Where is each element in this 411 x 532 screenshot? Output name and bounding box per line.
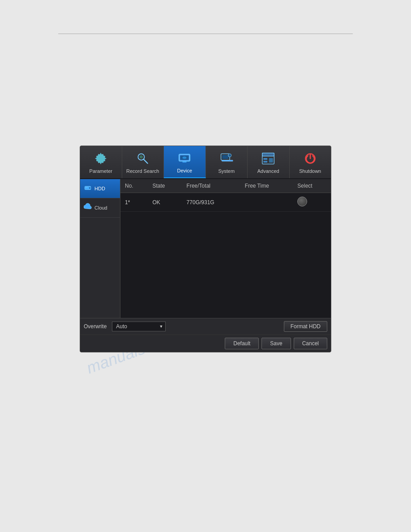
overwrite-select-wrapper[interactable]: Auto Manual Off <box>112 322 166 331</box>
cloud-icon <box>84 203 92 213</box>
col-no: No. <box>120 179 148 193</box>
svg-point-6 <box>183 156 187 159</box>
svg-rect-15 <box>264 158 268 160</box>
nav-item-device[interactable]: Device <box>164 146 206 178</box>
shutdown-icon <box>302 150 318 167</box>
system-icon: i <box>218 150 235 167</box>
sidebar: HDD Cloud <box>80 179 120 318</box>
cell-free-time <box>240 193 293 212</box>
svg-line-2 <box>144 159 148 163</box>
bottom-bar: Overwrite Auto Manual Off Format HDD <box>80 318 331 335</box>
svg-rect-9 <box>222 155 228 159</box>
nav-item-parameter[interactable]: Parameter <box>80 146 122 178</box>
nav-label-shutdown: Shutdown <box>299 168 321 174</box>
nav-label-device: Device <box>177 168 192 173</box>
svg-rect-17 <box>269 158 273 163</box>
nav-label-advanced: Advanced <box>257 168 279 174</box>
overwrite-select[interactable]: Auto Manual Off <box>112 322 166 331</box>
col-free-total: Free/Total <box>182 179 240 193</box>
hdd-icon <box>84 184 92 193</box>
search-icon <box>135 150 151 167</box>
svg-text:i: i <box>228 154 229 157</box>
nav-item-advanced[interactable]: Advanced <box>248 146 290 178</box>
sidebar-item-hdd[interactable]: HDD <box>80 179 120 198</box>
nav-label-parameter: Parameter <box>90 168 112 174</box>
col-select: Select <box>293 179 331 193</box>
nav-item-system[interactable]: i System <box>206 146 248 178</box>
device-icon <box>176 150 193 166</box>
nav-item-record-search[interactable]: Record Search <box>122 146 164 178</box>
cell-select[interactable] <box>293 193 331 212</box>
sidebar-label-hdd: HDD <box>94 186 105 191</box>
svg-rect-14 <box>262 153 274 156</box>
cancel-button[interactable]: Cancel <box>294 338 327 349</box>
action-bar: Default Save Cancel <box>80 335 331 352</box>
svg-rect-7 <box>183 161 187 163</box>
sidebar-item-cloud[interactable]: Cloud <box>80 198 120 218</box>
table-header-row: No. State Free/Total Free Time Select <box>120 179 331 193</box>
nav-label-system: System <box>218 168 235 174</box>
col-free-time: Free Time <box>240 179 293 193</box>
hdd-table: No. State Free/Total Free Time Select 1*… <box>120 179 331 212</box>
main-dialog: Parameter Record Search D <box>80 146 331 352</box>
svg-point-20 <box>89 187 90 189</box>
gear-icon <box>93 150 109 167</box>
table-row: 1* OK 770G/931G <box>120 193 331 212</box>
save-button[interactable]: Save <box>261 338 291 349</box>
overwrite-label: Overwrite <box>84 323 107 330</box>
cell-free-total: 770G/931G <box>182 193 240 212</box>
svg-point-3 <box>140 155 143 159</box>
table-container: No. State Free/Total Free Time Select 1*… <box>120 179 331 318</box>
nav-item-shutdown[interactable]: Shutdown <box>290 146 331 178</box>
default-button[interactable]: Default <box>225 338 259 349</box>
select-circle-button[interactable] <box>297 197 307 206</box>
svg-rect-10 <box>222 160 233 162</box>
top-divider <box>58 34 353 34</box>
nav-bar: Parameter Record Search D <box>80 146 331 179</box>
sidebar-label-cloud: Cloud <box>94 205 107 210</box>
cell-no: 1* <box>120 193 148 212</box>
advanced-icon <box>260 150 276 167</box>
main-panel: No. State Free/Total Free Time Select 1*… <box>120 179 331 318</box>
svg-rect-16 <box>264 161 268 163</box>
col-state: State <box>148 179 182 193</box>
format-hdd-button[interactable]: Format HDD <box>284 321 327 332</box>
cell-state: OK <box>148 193 182 212</box>
content-row: HDD Cloud No. State <box>80 179 331 318</box>
nav-label-record-search: Record Search <box>126 168 159 174</box>
